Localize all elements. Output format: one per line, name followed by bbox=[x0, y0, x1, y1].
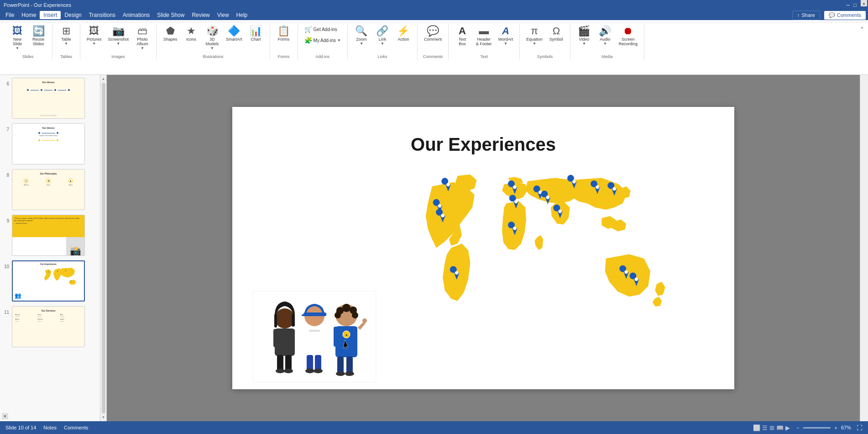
share-button[interactable]: ↑ Share bbox=[792, 11, 820, 20]
smartart-button[interactable]: 🔷 SmartArt bbox=[223, 24, 245, 43]
3d-models-button[interactable]: 🎲 3DModels ▼ bbox=[202, 24, 222, 52]
action-icon: ⚡ bbox=[397, 26, 409, 36]
slide-show-button[interactable]: ▶ bbox=[785, 424, 790, 431]
ribbon-group-illustrations: ⬟ Shapes ★ Icons 🎲 3DModels ▼ 🔷 SmartArt bbox=[157, 24, 270, 60]
svg-rect-37 bbox=[307, 355, 313, 371]
my-addins-button[interactable]: 🧩 My Add-ins ▼ bbox=[302, 35, 344, 45]
menu-design[interactable]: Design bbox=[61, 11, 85, 19]
svg-point-12 bbox=[546, 196, 549, 199]
svg-rect-25 bbox=[292, 314, 295, 327]
video-dropdown[interactable]: ▼ bbox=[582, 42, 586, 46]
zoom-dropdown[interactable]: ▼ bbox=[360, 42, 363, 46]
3d-models-icon: 🎲 bbox=[206, 26, 219, 36]
reading-view-button[interactable]: 📖 bbox=[776, 424, 784, 431]
screenshot-button[interactable]: 📷 Screenshot ▼ bbox=[105, 24, 132, 48]
illustrations-group-label: Illustrations bbox=[203, 54, 224, 59]
svg-point-48 bbox=[352, 312, 358, 318]
wordart-dropdown[interactable]: ▼ bbox=[504, 42, 507, 46]
menu-animations[interactable]: Animations bbox=[119, 11, 153, 19]
share-icon: ↑ bbox=[797, 12, 800, 18]
right-panel bbox=[860, 75, 868, 421]
slide-10-thumbnail: Our Experiences bbox=[12, 260, 85, 302]
svg-rect-54 bbox=[346, 356, 353, 374]
audio-dropdown[interactable]: ▼ bbox=[603, 42, 607, 46]
tables-group-label: Tables bbox=[60, 54, 72, 59]
equation-button[interactable]: π Equation ▼ bbox=[523, 24, 545, 48]
3d-models-dropdown[interactable]: ▼ bbox=[210, 46, 214, 50]
shapes-button[interactable]: ⬟ Shapes bbox=[160, 24, 180, 43]
slide-thumb-11[interactable]: 11 Our Services MercurySome info VenusSo… bbox=[2, 305, 98, 348]
minimize-btn[interactable]: ─ bbox=[847, 2, 850, 8]
video-button[interactable]: 🎬 Video ▼ bbox=[574, 24, 594, 48]
slide-panel-scrollbar[interactable]: ▲ ▼ bbox=[100, 75, 107, 421]
slide-thumb-10[interactable]: 10 Our Experiences bbox=[2, 259, 98, 302]
audio-button[interactable]: 🔊 Audio ▼ bbox=[595, 24, 615, 48]
zoom-slider[interactable] bbox=[803, 427, 831, 429]
text-box-button[interactable]: A TextBox bbox=[452, 24, 472, 48]
menu-home[interactable]: Home bbox=[18, 11, 40, 19]
svg-point-52 bbox=[362, 318, 367, 323]
pictures-button[interactable]: 🖼 Pictures ▼ bbox=[84, 24, 105, 48]
menu-file[interactable]: File bbox=[2, 11, 18, 19]
fit-to-window-button[interactable]: ⛶ bbox=[857, 424, 863, 431]
comment-button[interactable]: 💬 Comment bbox=[421, 24, 444, 43]
equation-dropdown[interactable]: ▼ bbox=[533, 42, 536, 46]
svg-point-3 bbox=[70, 281, 71, 281]
ribbon-group-text: A TextBox ▬ Header& Footer A WordArt ▼ T… bbox=[449, 24, 520, 60]
link-dropdown[interactable]: ▼ bbox=[381, 42, 384, 46]
outline-view-button[interactable]: ☰ bbox=[762, 424, 768, 431]
header-footer-button[interactable]: ▬ Header& Footer bbox=[473, 24, 495, 48]
photo-album-dropdown[interactable]: ▼ bbox=[141, 46, 144, 50]
zoom-controls: － ＋ 67% bbox=[795, 424, 851, 431]
slide-thumb-7[interactable]: 7 Our History Neptune is the farthest kn… bbox=[2, 122, 98, 165]
reuse-slides-button[interactable]: 🔄 ReuseSlides bbox=[28, 24, 48, 48]
svg-rect-32 bbox=[303, 327, 308, 345]
maximize-btn[interactable]: □ bbox=[853, 2, 857, 8]
menu-transitions[interactable]: Transitions bbox=[85, 11, 119, 19]
icons-button[interactable]: ★ Icons bbox=[181, 24, 201, 43]
menu-view[interactable]: View bbox=[214, 11, 233, 19]
wordart-button[interactable]: A WordArt ▼ bbox=[495, 24, 516, 48]
header-footer-icon: ▬ bbox=[479, 26, 489, 36]
smartart-icon: 🔷 bbox=[228, 26, 240, 36]
screen-recording-button[interactable]: ⏺ ScreenRecording bbox=[616, 24, 640, 48]
menu-review[interactable]: Review bbox=[188, 11, 213, 19]
slide-thumb-9[interactable]: 9 "This is a quote, words full of wisdom… bbox=[2, 214, 98, 257]
table-dropdown[interactable]: ▼ bbox=[64, 42, 68, 46]
new-slide-dropdown[interactable]: ▼ bbox=[16, 46, 19, 50]
scroll-down-button[interactable]: ▼ bbox=[2, 413, 8, 419]
photo-album-button[interactable]: 🗃 PhotoAlbum ▼ bbox=[132, 24, 152, 52]
svg-rect-34 bbox=[303, 312, 326, 316]
zoom-button[interactable]: 🔍 Zoom ▼ bbox=[351, 24, 371, 48]
slide-canvas[interactable]: Our Experiences bbox=[232, 107, 734, 389]
chart-button[interactable]: 📊 Chart bbox=[246, 24, 266, 43]
new-slide-button[interactable]: 🖼 NewSlide ▼ bbox=[7, 24, 27, 52]
slide-thumb-6[interactable]: 6 Our History Venus is the second planet bbox=[2, 77, 98, 120]
menu-slideshow[interactable]: Slide Show bbox=[153, 11, 188, 19]
normal-view-button[interactable]: ⬜ bbox=[753, 424, 760, 431]
slide-thumb-8[interactable]: 8 Our Philosophy ☀ Mission 👁 Vision bbox=[2, 168, 98, 211]
ribbon-group-forms: 📋 Forms Forms bbox=[270, 24, 298, 60]
get-addins-button[interactable]: 🛒 Get Add-ins bbox=[302, 24, 340, 34]
ribbon-collapse[interactable]: ⌃ bbox=[860, 24, 864, 32]
comments-button[interactable]: 💬 Comments bbox=[824, 11, 866, 20]
action-button[interactable]: ⚡ Action bbox=[393, 24, 413, 43]
ribbon-group-slides: 🖼 NewSlide ▼ 🔄 ReuseSlides Slides bbox=[4, 24, 52, 60]
menu-insert[interactable]: Insert bbox=[40, 11, 61, 19]
symbol-button[interactable]: Ω Symbol bbox=[546, 24, 566, 43]
svg-rect-22 bbox=[273, 329, 278, 347]
zoom-in-button[interactable]: ＋ bbox=[833, 424, 838, 431]
slide-sorter-button[interactable]: ⊞ bbox=[769, 424, 774, 431]
svg-point-1 bbox=[57, 271, 58, 272]
my-addins-dropdown[interactable]: ▼ bbox=[337, 38, 341, 42]
pictures-dropdown[interactable]: ▼ bbox=[92, 42, 96, 46]
zoom-out-button[interactable]: － bbox=[795, 424, 800, 431]
comments-status-button[interactable]: Comments bbox=[64, 425, 88, 430]
screenshot-dropdown[interactable]: ▼ bbox=[116, 42, 120, 46]
slide-title: Our Experiences bbox=[232, 134, 734, 155]
forms-button[interactable]: 📋 Forms bbox=[274, 24, 294, 43]
menu-help[interactable]: Help bbox=[233, 11, 251, 19]
table-button[interactable]: ⊞ Table ▼ bbox=[56, 24, 76, 48]
link-button[interactable]: 🔗 Link ▼ bbox=[372, 24, 392, 48]
notes-button[interactable]: Notes bbox=[43, 425, 57, 430]
